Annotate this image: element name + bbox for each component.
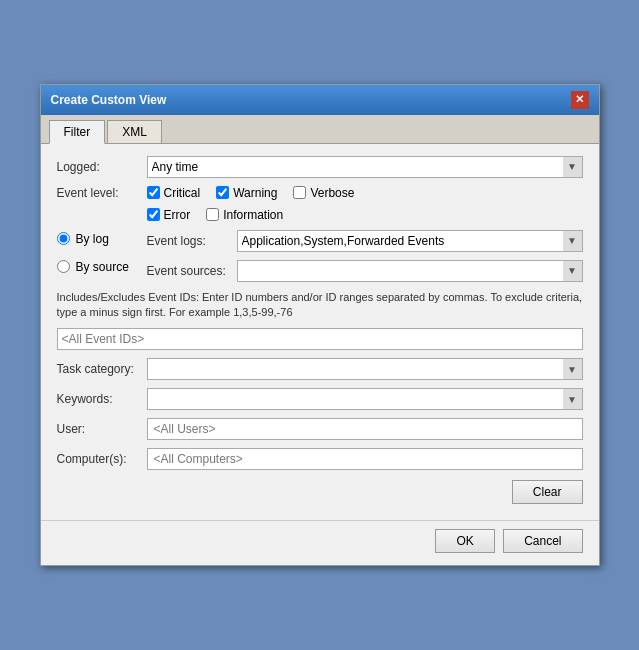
keywords-label: Keywords:: [57, 392, 147, 406]
computers-input[interactable]: [147, 448, 583, 470]
event-logs-label: Event logs:: [147, 234, 237, 248]
warning-label: Warning: [233, 186, 277, 200]
verbose-checkbox[interactable]: [293, 186, 306, 199]
verbose-label: Verbose: [310, 186, 354, 200]
tab-filter[interactable]: Filter: [49, 120, 106, 144]
by-log-radio-label[interactable]: By log: [57, 232, 147, 246]
event-sources-select[interactable]: [237, 260, 583, 282]
event-logs-select[interactable]: Application,System,Forwarded Events: [237, 230, 583, 252]
task-category-row: Task category: ▼: [57, 358, 583, 380]
bottom-buttons: OK Cancel: [41, 520, 599, 565]
verbose-checkbox-label[interactable]: Verbose: [293, 186, 354, 200]
keywords-row: Keywords: ▼: [57, 388, 583, 410]
error-checkbox[interactable]: [147, 208, 160, 221]
logged-label: Logged:: [57, 160, 147, 174]
create-custom-view-dialog: Create Custom View ✕ Filter XML Logged: …: [40, 84, 600, 567]
event-sources-select-wrap: ▼: [237, 260, 583, 282]
event-level-label: Event level:: [57, 186, 147, 200]
ok-button[interactable]: OK: [435, 529, 495, 553]
description-text: Includes/Excludes Event IDs: Enter ID nu…: [57, 290, 583, 321]
computers-row: Computer(s):: [57, 448, 583, 470]
by-log-label: By log: [76, 232, 109, 246]
close-button[interactable]: ✕: [571, 91, 589, 109]
radio-column: By log By source: [57, 230, 147, 282]
event-ids-input[interactable]: [57, 328, 583, 350]
information-label: Information: [223, 208, 283, 222]
by-source-radio-label[interactable]: By source: [57, 260, 147, 274]
checkboxes-row1: Critical Warning Verbose: [147, 186, 355, 200]
error-label: Error: [164, 208, 191, 222]
clear-button[interactable]: Clear: [512, 480, 583, 504]
title-bar: Create Custom View ✕: [41, 85, 599, 115]
critical-label: Critical: [164, 186, 201, 200]
user-label: User:: [57, 422, 147, 436]
checkboxes-row2: Error Information: [57, 208, 583, 222]
logged-select[interactable]: Any time: [147, 156, 583, 178]
task-category-label: Task category:: [57, 362, 147, 376]
information-checkbox[interactable]: [206, 208, 219, 221]
tab-xml[interactable]: XML: [107, 120, 162, 144]
cancel-button[interactable]: Cancel: [503, 529, 582, 553]
user-input[interactable]: [147, 418, 583, 440]
by-log-radio[interactable]: [57, 232, 70, 245]
user-row: User:: [57, 418, 583, 440]
event-sources-label: Event sources:: [147, 264, 237, 278]
tab-bar: Filter XML: [41, 115, 599, 144]
task-category-select[interactable]: [147, 358, 583, 380]
error-checkbox-label[interactable]: Error: [147, 208, 191, 222]
logged-select-wrap: Any time ▼: [147, 156, 583, 178]
critical-checkbox-label[interactable]: Critical: [147, 186, 201, 200]
clear-row: Clear: [57, 480, 583, 504]
event-ids-row: [57, 328, 583, 350]
event-logs-select-wrap: Application,System,Forwarded Events ▼: [237, 230, 583, 252]
information-checkbox-label[interactable]: Information: [206, 208, 283, 222]
radio-section: By log By source Event logs: Application…: [57, 230, 583, 282]
by-source-label: By source: [76, 260, 129, 274]
event-sources-row: Event sources: ▼: [147, 260, 583, 282]
dialog-title: Create Custom View: [51, 93, 167, 107]
event-level-row: Event level: Critical Warning Verbose: [57, 186, 583, 200]
task-category-select-wrap: ▼: [147, 358, 583, 380]
filter-content: Logged: Any time ▼ Event level: Critical…: [41, 144, 599, 517]
keywords-select-wrap: ▼: [147, 388, 583, 410]
by-source-radio[interactable]: [57, 260, 70, 273]
keywords-select[interactable]: [147, 388, 583, 410]
critical-checkbox[interactable]: [147, 186, 160, 199]
computers-label: Computer(s):: [57, 452, 147, 466]
radio-fields: Event logs: Application,System,Forwarded…: [147, 230, 583, 282]
logged-row: Logged: Any time ▼: [57, 156, 583, 178]
event-logs-row: Event logs: Application,System,Forwarded…: [147, 230, 583, 252]
warning-checkbox-label[interactable]: Warning: [216, 186, 277, 200]
warning-checkbox[interactable]: [216, 186, 229, 199]
